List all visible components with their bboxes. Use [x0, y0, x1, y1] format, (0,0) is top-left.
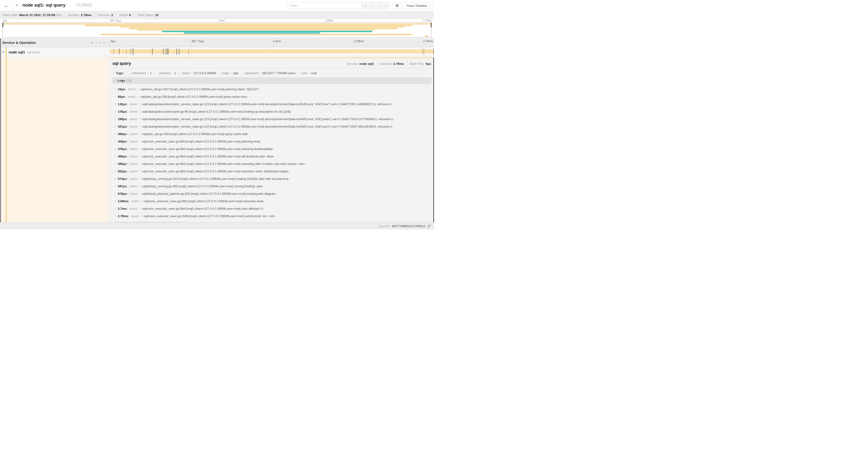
minimap-left-scrubber[interactable] [3, 23, 3, 27]
span-duration-bar[interactable] [110, 50, 434, 54]
log-row[interactable]: › 2.79ms: event = ‹sql/conn_executor_exe… [115, 212, 431, 220]
log-row[interactable]: › 495μs: event = ‹sql/conn_executor_exec… [115, 160, 431, 167]
summary-value: 6 [129, 13, 131, 17]
left-scrollbar-thumb[interactable] [0, 38, 0, 222]
locate-icon[interactable]: ◎ [364, 4, 367, 7]
log-row[interactable]: › 459μs: event = ‹sql/conn_executor_exec… [115, 138, 431, 145]
log-expand-icon[interactable]: › [115, 125, 116, 128]
log-row[interactable]: › 142μs: event = ‹sql/catalog/lease/desc… [115, 100, 431, 108]
summary-value: 10 [155, 13, 159, 17]
log-message: ‹sql/conn_executor_exec.go:684 [nsql1,cl… [142, 162, 306, 166]
clear-find-icon[interactable]: ✕ [385, 4, 388, 7]
span-log-marker [132, 48, 132, 55]
log-row[interactable]: › 2.69ms: event = ‹sql/conn_executor_exe… [115, 197, 431, 205]
minimap-tick-label: 697.75μs [111, 19, 121, 22]
logs-header[interactable]: › Logs (18) [113, 77, 431, 84]
log-row[interactable]: › 201μs: event = ‹sql/catalog/lease/desc… [115, 123, 431, 130]
logs-collapse-icon[interactable]: › [114, 80, 117, 81]
log-timestamp: 574μs: [118, 177, 127, 181]
tags-label[interactable]: Tags: [116, 71, 124, 75]
log-row[interactable]: › 486μs: event = ‹sql/conn_executor_exec… [115, 153, 431, 160]
span-row[interactable]: ∨ node sql1 sql query [0, 47, 434, 57]
minimap-span-bar [85, 25, 412, 26]
logs-list: › 34μs: event = ‹sql/exec_util.go:2297 [… [113, 84, 431, 222]
log-field-key: event [128, 88, 135, 91]
log-expand-icon[interactable]: › [115, 147, 116, 151]
meta-value: 2.79ms [394, 62, 404, 66]
log-row[interactable]: › 34μs: event = ‹sql/exec_util.go:2297 [… [115, 85, 431, 93]
summary-item: Depth 6 [113, 13, 131, 17]
log-expand-icon[interactable]: › [115, 110, 116, 113]
expand-all-icon[interactable]: » [98, 42, 102, 43]
prev-result-icon[interactable]: ∧ [371, 4, 374, 7]
tag-value: SELECT * FROM users [262, 71, 296, 75]
log-field-key: event [129, 140, 137, 143]
tags-expand-icon[interactable]: › [113, 71, 114, 75]
back-button[interactable]: ← [0, 0, 13, 11]
log-equals: = [138, 155, 140, 158]
detail-meta-item: Start Time: 0μs [404, 62, 431, 66]
tag-item: statement = SELECT * FROM users [242, 71, 298, 75]
log-expand-icon[interactable]: › [115, 199, 116, 203]
log-expand-icon[interactable]: › [115, 155, 116, 158]
log-expand-icon[interactable]: › [115, 185, 116, 188]
log-row[interactable]: › 597μs: event = ‹sql/distsql_running.go… [115, 183, 431, 190]
find-input[interactable] [288, 2, 362, 9]
span-timeline-column[interactable] [110, 47, 434, 57]
left-scrollbar-track[interactable] [1, 38, 1, 222]
log-row[interactable]: › 2.7ms: event = ‹sql/conn_executor_exec… [115, 205, 431, 212]
log-expand-icon[interactable]: › [115, 102, 116, 106]
detail-operation-title: sql query [113, 61, 131, 66]
log-message: ‹sql/catalog/lease/descriptor_version_st… [142, 125, 393, 128]
expand-one-icon[interactable]: » [103, 41, 105, 44]
log-expand-icon[interactable]: › [115, 170, 116, 173]
log-row[interactable]: › 574μs: event = ‹sql/distsql_running.go… [115, 175, 431, 183]
tag-equals: = [190, 71, 192, 75]
log-expand-icon[interactable]: › [115, 132, 116, 135]
log-expand-icon[interactable]: › [115, 95, 116, 98]
collapse-one-icon[interactable]: › [96, 41, 97, 44]
log-message: ‹sql/conn_executor_exec.go:684 [nsql1,cl… [142, 170, 289, 173]
log-expand-icon[interactable]: › [115, 192, 116, 195]
log-row[interactable]: › 189μs: event = ‹sql/catalog/lease/desc… [115, 115, 431, 123]
span-log-marker [119, 48, 120, 55]
log-equals: = [138, 192, 140, 195]
log-expand-icon[interactable]: › [115, 214, 116, 218]
log-expand-icon[interactable]: › [115, 117, 116, 121]
log-expand-icon[interactable]: › [115, 177, 116, 180]
log-row[interactable]: › 678μs: event = ‹sql/distsql_physical_p… [115, 190, 431, 197]
log-timestamp: 678μs: [118, 192, 127, 195]
column-resize-handle[interactable]: || [109, 43, 111, 46]
span-collapse-icon[interactable]: ∨ [2, 51, 4, 54]
trace-collapse-icon[interactable]: › [15, 4, 19, 6]
log-expand-icon[interactable]: › [115, 162, 116, 165]
span-service-name: node sql1 [9, 50, 25, 54]
log-field-key: event [131, 199, 138, 203]
log-row[interactable]: › 502μs: event = ‹sql/conn_executor_exec… [115, 167, 431, 175]
log-expand-icon[interactable]: › [115, 140, 116, 143]
minimap-span-bar [137, 29, 375, 31]
collapse-all-icon[interactable]: ∨ [91, 41, 93, 44]
log-row[interactable]: › 476μs: event = ‹sql/conn_executor_exec… [115, 145, 431, 153]
log-equals: = [138, 132, 140, 135]
minimap-canvas[interactable] [2, 22, 432, 38]
span-id-value: 4877749850101760812 [392, 224, 425, 228]
log-field-key: event [129, 110, 137, 113]
log-row[interactable]: › 176μs: event = ‹sql/catalog/descs/desc… [115, 108, 431, 115]
log-field-key: event [129, 132, 137, 136]
copy-link-icon[interactable] [427, 224, 431, 228]
service-operation-title: Service & Operation [0, 41, 36, 44]
tags-row[interactable]: › Tags: _unfinished = 1 _verbose = 1 [113, 70, 431, 76]
right-scrollbar-thumb[interactable] [433, 57, 434, 222]
log-row[interactable]: › 80μs: event = ‹sql/plan_opt.go:358 [ns… [115, 93, 431, 100]
log-expand-icon[interactable]: › [115, 88, 116, 91]
keyboard-shortcuts-button[interactable]: ⌘ [393, 2, 402, 9]
log-row[interactable]: › 366μs: event = ‹sql/plan_opt.go:358 [n… [115, 130, 431, 138]
tag-equals: = [172, 71, 173, 75]
minimap-right-scrubber[interactable] [431, 23, 431, 27]
log-expand-icon[interactable]: › [115, 207, 116, 210]
log-equals: = [140, 199, 142, 203]
logs-block: › Logs (18) › 34μs: event = ‹sql/exec_ut… [113, 77, 431, 222]
next-result-icon[interactable]: ∨ [378, 4, 380, 7]
trace-view-selector[interactable]: Trace Timeline › [403, 2, 432, 9]
